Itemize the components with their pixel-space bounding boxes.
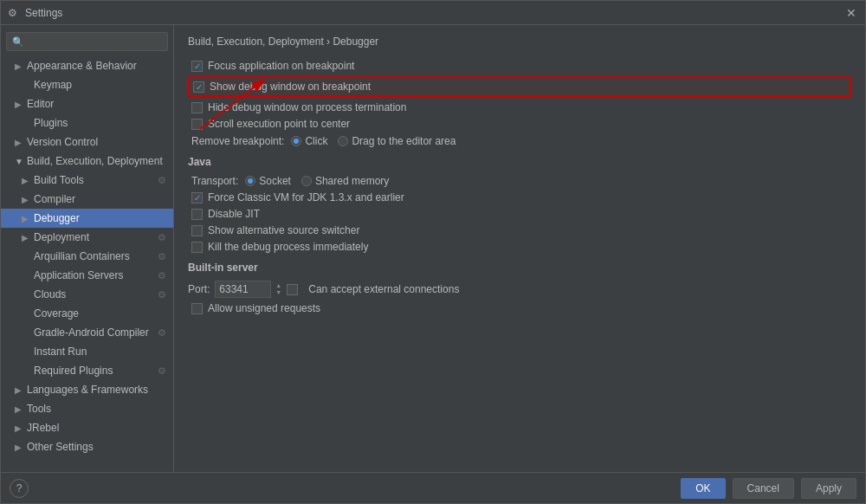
content-area: 🔍 ▶ Appearance & Behavior Keymap ▶ Edito…	[1, 25, 865, 472]
disable-jit-checkbox[interactable]	[191, 209, 203, 220]
allow-unsigned-checkbox[interactable]	[191, 303, 203, 314]
port-input[interactable]	[215, 281, 271, 298]
kill-debug-checkbox[interactable]	[191, 242, 203, 253]
sidebar-item-jrebel[interactable]: ▶ JRebel	[1, 418, 173, 437]
remove-drag-option[interactable]: Drag to the editor area	[338, 135, 456, 147]
sidebar-item-deployment[interactable]: ▶ Deployment ⚙	[1, 228, 173, 247]
remove-breakpoint-group: Click Drag to the editor area	[291, 135, 456, 147]
sidebar-item-build-execution-deployment[interactable]: ▼ Build, Execution, Deployment	[1, 152, 173, 171]
sidebar-item-tools[interactable]: ▶ Tools	[1, 399, 173, 418]
kill-debug-row: Kill the debug process immediately	[188, 241, 851, 253]
main-wrapper: Build, Execution, Deployment › Debugger …	[174, 25, 865, 472]
sidebar-item-arquillian-containers[interactable]: Arquillian Containers ⚙	[1, 247, 173, 266]
sidebar-label: Required Plugins	[34, 365, 113, 377]
search-box[interactable]: 🔍	[6, 32, 168, 51]
cancel-button[interactable]: Cancel	[733, 478, 794, 499]
transport-row: Transport: Socket Shared memory	[188, 175, 851, 187]
remove-click-option[interactable]: Click	[291, 135, 327, 147]
scroll-exec-checkbox[interactable]	[191, 119, 203, 130]
sidebar-item-other-settings[interactable]: ▶ Other Settings	[1, 437, 173, 456]
show-alt-checkbox[interactable]	[191, 225, 203, 236]
focus-app-row: Focus application on breakpoint	[188, 60, 851, 72]
remove-click-radio[interactable]	[291, 136, 301, 146]
sidebar-item-appearance-behavior[interactable]: ▶ Appearance & Behavior	[1, 56, 173, 75]
sidebar-label: Clouds	[34, 288, 66, 300]
sidebar-label: Compiler	[34, 193, 75, 205]
close-icon[interactable]: ✕	[846, 7, 858, 19]
sidebar-label: Plugins	[34, 117, 68, 129]
expand-arrow: ▶	[22, 195, 32, 204]
sidebar-item-gradle-android-compiler[interactable]: Gradle-Android Compiler ⚙	[1, 323, 173, 342]
transport-group: Socket Shared memory	[245, 175, 389, 187]
sidebar-item-instant-run[interactable]: Instant Run	[1, 342, 173, 361]
expand-arrow: ▶	[15, 443, 25, 452]
sidebar-item-plugins[interactable]: Plugins	[1, 113, 173, 132]
sidebar-item-editor[interactable]: ▶ Editor	[1, 94, 173, 113]
titlebar: ⚙ Settings ✕	[1, 1, 865, 25]
socket-radio[interactable]	[245, 176, 255, 186]
settings-window: ⚙ Settings ✕ 🔍 ▶ Appearance & Behavior K…	[0, 0, 866, 504]
shared-memory-option[interactable]: Shared memory	[301, 175, 389, 187]
search-icon: 🔍	[12, 36, 24, 48]
sidebar-item-compiler[interactable]: ▶ Compiler	[1, 190, 173, 209]
allow-unsigned-label: Allow unsigned requests	[208, 302, 320, 314]
show-debug-checkbox[interactable]	[193, 81, 204, 93]
expand-arrow: ▶	[22, 214, 32, 223]
kill-debug-label: Kill the debug process immediately	[208, 241, 368, 253]
sidebar-item-version-control[interactable]: ▶ Version Control	[1, 132, 173, 152]
force-classic-checkbox[interactable]	[191, 192, 203, 204]
help-button[interactable]: ?	[10, 479, 29, 498]
sidebar-item-keymap[interactable]: Keymap	[1, 75, 173, 94]
port-label: Port:	[188, 283, 210, 295]
sidebar-label: Other Settings	[27, 441, 94, 453]
disable-jit-row: Disable JIT	[188, 208, 851, 220]
force-classic-row: Force Classic VM for JDK 1.3.x and earli…	[188, 191, 851, 204]
gear-icon: ⚙	[158, 327, 166, 339]
gear-icon: ⚙	[158, 175, 166, 186]
port-spinner[interactable]: ▲ ▼	[275, 282, 281, 296]
sidebar-item-required-plugins[interactable]: Required Plugins ⚙	[1, 361, 173, 380]
sidebar-item-clouds[interactable]: Clouds ⚙	[1, 285, 173, 304]
sidebar-label: Arquillian Containers	[34, 250, 130, 262]
can-accept-label: Can accept external connections	[308, 283, 459, 295]
hide-debug-label: Hide debug window on process termination	[208, 101, 406, 113]
sidebar-label: Version Control	[27, 136, 98, 148]
hide-debug-row: Hide debug window on process termination	[188, 101, 851, 113]
sidebar-label: Coverage	[34, 307, 79, 320]
can-accept-checkbox[interactable]	[287, 284, 298, 295]
sidebar-item-coverage[interactable]: Coverage	[1, 304, 173, 323]
sidebar-item-application-servers[interactable]: Application Servers ⚙	[1, 266, 173, 285]
gear-icon: ⚙	[158, 365, 166, 377]
ok-button[interactable]: OK	[681, 478, 725, 499]
remove-drag-label: Drag to the editor area	[352, 135, 456, 147]
settings-icon: ⚙	[8, 7, 20, 19]
search-input[interactable]	[28, 36, 162, 48]
sidebar-item-languages-frameworks[interactable]: ▶ Languages & Frameworks	[1, 380, 173, 399]
sidebar-label: Appearance & Behavior	[27, 60, 137, 72]
remove-drag-radio[interactable]	[338, 136, 348, 146]
disable-jit-label: Disable JIT	[208, 208, 260, 220]
increment-icon[interactable]: ▲	[275, 282, 281, 289]
sidebar-label: Tools	[27, 403, 51, 415]
show-alt-label: Show alternative source switcher	[208, 224, 359, 236]
sidebar-item-build-tools[interactable]: ▶ Build Tools ⚙	[1, 171, 173, 190]
sidebar-item-debugger[interactable]: ▶ Debugger	[1, 209, 173, 228]
port-row: Port: ▲ ▼ Can accept external connection…	[188, 281, 851, 298]
apply-button[interactable]: Apply	[801, 478, 856, 499]
gear-icon: ⚙	[158, 232, 166, 243]
socket-option[interactable]: Socket	[245, 175, 291, 187]
focus-app-checkbox[interactable]	[191, 61, 203, 72]
sidebar-label: JRebel	[27, 422, 59, 434]
shared-memory-radio[interactable]	[301, 176, 312, 186]
sidebar: 🔍 ▶ Appearance & Behavior Keymap ▶ Edito…	[1, 25, 174, 472]
expand-arrow: ▶	[15, 100, 25, 109]
remove-click-label: Click	[305, 135, 327, 147]
expand-arrow: ▶	[22, 176, 32, 185]
show-debug-label: Show debug window on breakpoint	[210, 81, 371, 93]
sidebar-label: Instant Run	[34, 346, 87, 358]
hide-debug-checkbox[interactable]	[191, 102, 203, 113]
remove-breakpoint-row: Remove breakpoint: Click Drag to the edi…	[188, 135, 851, 147]
sidebar-label: Languages & Frameworks	[27, 384, 148, 396]
decrement-icon[interactable]: ▼	[275, 289, 281, 296]
java-section: Java Transport: Socket Shared memory	[188, 156, 851, 253]
